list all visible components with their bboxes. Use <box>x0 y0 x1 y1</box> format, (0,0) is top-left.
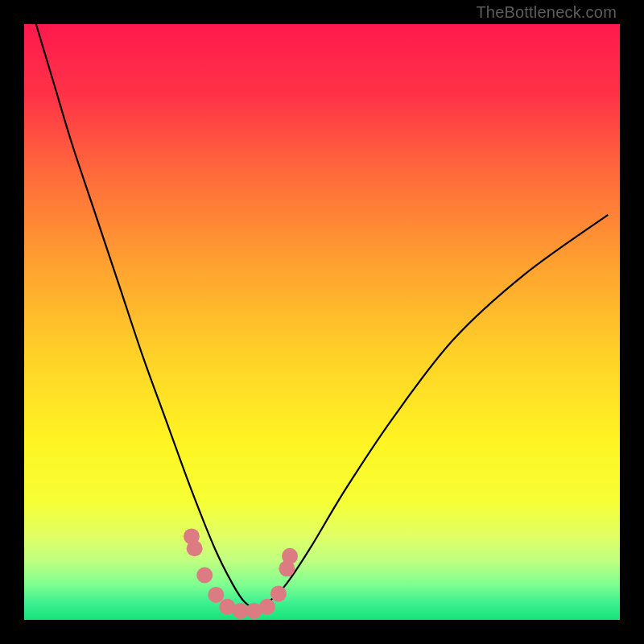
watermark-text: TheBottleneck.com <box>476 3 617 22</box>
curve-marker-dot <box>270 585 287 601</box>
plot-area <box>24 24 620 620</box>
curve-marker-dot <box>196 568 213 584</box>
curve-markers <box>184 528 298 619</box>
bottleneck-curve <box>36 24 608 608</box>
curve-marker-dot <box>233 603 249 619</box>
chart-curve-layer <box>24 24 620 620</box>
curve-marker-dot <box>187 540 203 556</box>
chart-frame: TheBottleneck.com <box>0 0 644 644</box>
curve-marker-dot <box>282 548 298 564</box>
curve-marker-dot <box>208 587 224 603</box>
curve-marker-dot <box>259 599 275 615</box>
